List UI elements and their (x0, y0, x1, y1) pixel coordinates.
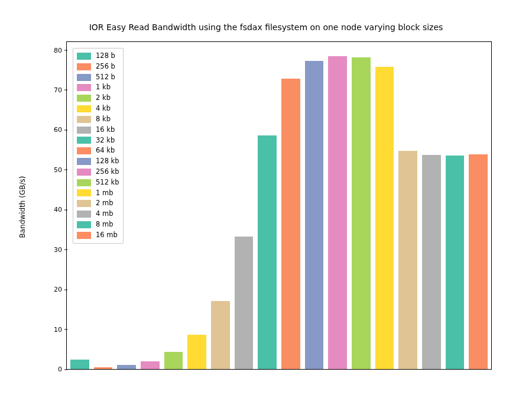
legend-swatch (77, 53, 91, 60)
legend-item: 256 b (77, 62, 119, 72)
legend-item: 4 kb (77, 104, 119, 114)
bar (305, 61, 324, 369)
bar (235, 237, 254, 369)
bar (375, 67, 394, 369)
legend-label: 4 mb (96, 209, 113, 219)
legend: 128 b256 b512 b1 kb2 kb4 kb8 kb16 kb32 k… (73, 48, 124, 244)
legend-swatch (77, 189, 91, 196)
y-axis-label: Bandwidth (GB/s) (18, 176, 27, 238)
bar (398, 151, 417, 369)
legend-label: 128 b (96, 51, 115, 62)
legend-item: 256 kb (77, 167, 119, 177)
bar (469, 154, 488, 369)
legend-label: 256 kb (96, 167, 119, 177)
legend-item: 512 b (77, 72, 119, 83)
legend-label: 512 b (96, 72, 115, 83)
bar (258, 135, 277, 369)
legend-label: 4 kb (96, 104, 111, 114)
legend-swatch (77, 169, 91, 176)
legend-item: 1 kb (77, 82, 119, 93)
legend-item: 512 kb (77, 177, 119, 188)
legend-label: 128 kb (96, 156, 119, 167)
legend-swatch (77, 116, 91, 123)
bar (70, 360, 89, 369)
y-tick: 50 (38, 166, 67, 173)
bar (164, 352, 183, 369)
legend-item: 128 kb (77, 156, 119, 167)
legend-label: 512 kb (96, 177, 119, 188)
bar (328, 56, 347, 369)
plot-area (67, 42, 491, 369)
y-tick: 20 (38, 286, 67, 293)
bar (141, 361, 160, 369)
legend-item: 64 kb (77, 145, 119, 156)
legend-swatch (77, 158, 91, 165)
legend-item: 128 b (77, 51, 119, 62)
legend-label: 2 mb (96, 198, 113, 209)
legend-swatch (77, 147, 91, 154)
legend-swatch (77, 127, 91, 134)
bar (117, 365, 136, 369)
legend-label: 32 kb (96, 135, 115, 146)
legend-swatch (77, 63, 91, 70)
y-tick: 40 (38, 206, 67, 214)
bar (211, 301, 230, 369)
legend-label: 8 kb (96, 114, 111, 125)
legend-item: 1 mb (77, 188, 119, 199)
legend-label: 2 kb (96, 93, 111, 104)
legend-item: 2 mb (77, 198, 119, 209)
bar (94, 367, 113, 369)
y-tick: 0 (38, 366, 67, 373)
legend-label: 8 mb (96, 219, 113, 230)
figure: IOR Easy Read Bandwidth using the fsdax … (0, 0, 532, 414)
legend-item: 8 mb (77, 219, 119, 230)
bar (281, 79, 300, 369)
bar (446, 156, 465, 369)
legend-item: 2 kb (77, 93, 119, 104)
y-tick: 70 (38, 86, 67, 93)
legend-swatch (77, 95, 91, 102)
y-tick: 10 (38, 325, 67, 333)
legend-label: 64 kb (96, 145, 115, 156)
bar (352, 57, 371, 369)
legend-item: 32 kb (77, 135, 119, 146)
legend-swatch (77, 137, 91, 144)
legend-swatch (77, 211, 91, 218)
legend-swatch (77, 74, 91, 81)
chart-title: IOR Easy Read Bandwidth using the fsdax … (0, 22, 532, 32)
legend-swatch (77, 200, 91, 207)
y-tick: 80 (38, 46, 67, 54)
legend-label: 256 b (96, 62, 115, 72)
legend-label: 1 kb (96, 82, 111, 93)
legend-item: 4 mb (77, 209, 119, 219)
legend-swatch (77, 232, 91, 239)
bar (422, 155, 441, 369)
bar (187, 335, 206, 369)
legend-swatch (77, 105, 91, 112)
legend-label: 16 mb (96, 230, 118, 241)
legend-item: 16 kb (77, 125, 119, 135)
legend-item: 8 kb (77, 114, 119, 125)
legend-swatch (77, 84, 91, 91)
legend-label: 1 mb (96, 188, 113, 199)
y-tick: 30 (38, 245, 67, 253)
legend-swatch (77, 179, 91, 186)
y-tick: 60 (38, 126, 67, 134)
axes: 128 b256 b512 b1 kb2 kb4 kb8 kb16 kb32 k… (66, 41, 492, 370)
legend-item: 16 mb (77, 230, 119, 241)
y-axis-label-container: Bandwidth (GB/s) (17, 0, 28, 414)
legend-label: 16 kb (96, 125, 115, 135)
legend-swatch (77, 221, 91, 228)
